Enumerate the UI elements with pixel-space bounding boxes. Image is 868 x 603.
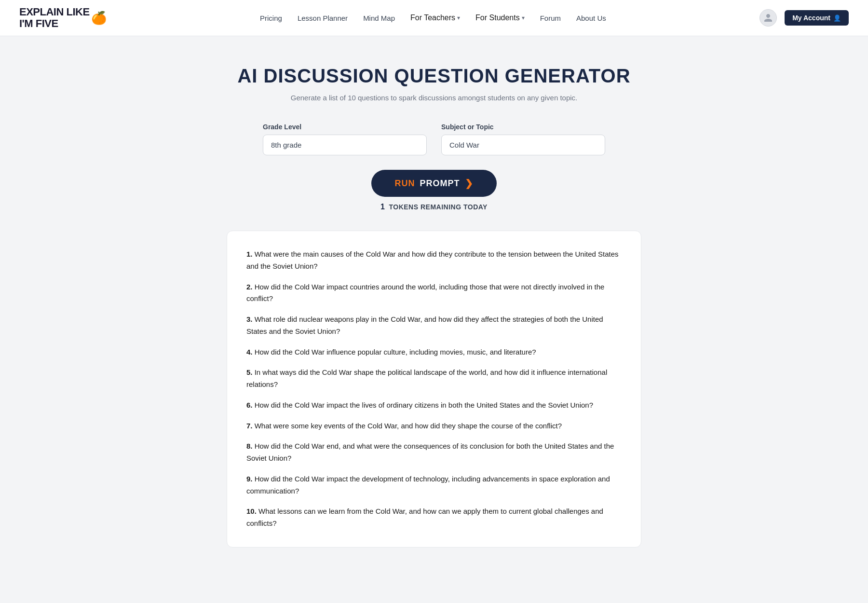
grade-level-group: Grade Level	[263, 123, 427, 155]
tokens-count: 1	[380, 203, 385, 211]
subject-input[interactable]	[441, 135, 605, 155]
nav-pricing[interactable]: Pricing	[260, 14, 282, 22]
question-item: 1. What were the main causes of the Cold…	[246, 248, 622, 273]
logo-link[interactable]: EXPLAIN LIKE I'M FIVE 🍊	[19, 6, 107, 29]
question-item: 5. In what ways did the Cold War shape t…	[246, 367, 622, 391]
question-item: 3. What role did nuclear weapons play in…	[246, 314, 622, 338]
run-prompt-button[interactable]: RUN PROMPT ❯	[371, 170, 496, 197]
main-content: AI DISCUSSION QUESTION GENERATOR Generat…	[217, 36, 651, 586]
question-item: 4. How did the Cold War influence popula…	[246, 346, 622, 358]
question-item: 2. How did the Cold War impact countries…	[246, 281, 622, 305]
question-item: 9. How did the Cold War impact the devel…	[246, 473, 622, 497]
nav-about-us[interactable]: About Us	[576, 14, 606, 22]
question-item: 8. How did the Cold War end, and what we…	[246, 440, 622, 465]
run-arrow-icon: ❯	[465, 178, 474, 189]
run-prefix: RUN	[394, 178, 415, 189]
run-suffix: PROMPT	[420, 178, 460, 189]
grade-level-input[interactable]	[263, 135, 427, 155]
subject-label: Subject or Topic	[441, 123, 605, 131]
tokens-row: 1 TOKENS REMAINING TODAY	[380, 203, 488, 211]
site-header: EXPLAIN LIKE I'M FIVE 🍊 Pricing Lesson P…	[0, 0, 868, 36]
subject-group: Subject or Topic	[441, 123, 605, 155]
nav-forum[interactable]: Forum	[540, 14, 561, 22]
form-row: Grade Level Subject or Topic	[227, 123, 641, 155]
my-account-button[interactable]: My Account	[785, 10, 849, 26]
results-card: 1. What were the main causes of the Cold…	[227, 231, 641, 548]
main-nav: Pricing Lesson Planner Mind Map For Teac…	[260, 14, 606, 22]
nav-for-students[interactable]: For Students	[475, 14, 525, 22]
run-section: RUN PROMPT ❯ 1 TOKENS REMAINING TODAY	[227, 170, 641, 211]
logo-text: EXPLAIN LIKE I'M FIVE	[19, 6, 90, 29]
logo-emoji: 🍊	[91, 11, 107, 26]
avatar[interactable]	[760, 9, 777, 27]
nav-for-teachers[interactable]: For Teachers	[410, 14, 460, 22]
nav-mind-map[interactable]: Mind Map	[363, 14, 395, 22]
header-right: My Account	[760, 9, 849, 27]
question-item: 10. What lessons can we learn from the C…	[246, 506, 622, 530]
tokens-label: TOKENS REMAINING TODAY	[389, 203, 487, 211]
question-item: 7. What were some key events of the Cold…	[246, 420, 622, 432]
page-subtitle: Generate a list of 10 questions to spark…	[227, 94, 641, 102]
question-item: 6. How did the Cold War impact the lives…	[246, 399, 622, 411]
nav-lesson-planner[interactable]: Lesson Planner	[298, 14, 348, 22]
grade-level-label: Grade Level	[263, 123, 427, 131]
page-title: AI DISCUSSION QUESTION GENERATOR	[227, 65, 641, 87]
